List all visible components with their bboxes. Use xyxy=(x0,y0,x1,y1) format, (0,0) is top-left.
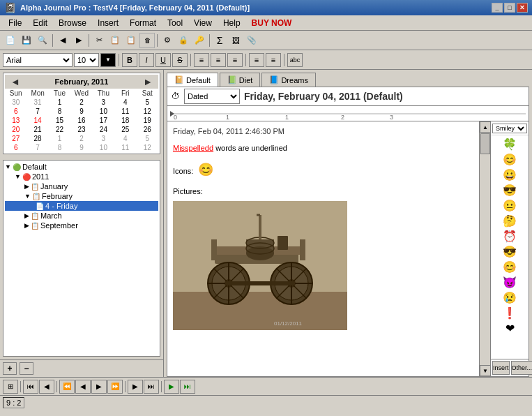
smiley-item[interactable]: 😢 xyxy=(502,290,517,305)
smiley-item[interactable]: 🤔 xyxy=(502,214,517,228)
calendar-day[interactable]: 28 xyxy=(26,134,48,143)
new-button[interactable]: 📄 xyxy=(3,33,18,48)
italic-button[interactable]: I xyxy=(139,53,154,67)
calendar-day[interactable]: 11 xyxy=(114,107,136,116)
tree-item[interactable]: ▼🔴2011 xyxy=(5,172,158,181)
calendar-next-button[interactable]: ► xyxy=(140,76,155,87)
calendar-day[interactable]: 17 xyxy=(93,116,114,125)
calendar-day[interactable]: 26 xyxy=(137,125,158,134)
unlock-button[interactable]: 🔑 xyxy=(192,33,207,48)
image-button[interactable]: 🖼 xyxy=(228,33,243,48)
menu-help[interactable]: Help xyxy=(218,17,246,29)
calendar-day[interactable]: 8 xyxy=(49,143,70,152)
next-month-button[interactable]: ⏩ xyxy=(107,380,123,394)
calendar-day[interactable]: 15 xyxy=(49,116,70,125)
menu-browse[interactable]: Browse xyxy=(53,17,92,29)
tree-item[interactable]: ▶📋September xyxy=(5,221,158,230)
calendar-day[interactable]: 18 xyxy=(114,116,136,125)
tree-expander[interactable]: ▼ xyxy=(5,163,11,170)
bold-button[interactable]: B xyxy=(122,53,137,67)
tree-expander[interactable]: ▼ xyxy=(24,193,31,200)
lock-button[interactable]: 🔒 xyxy=(176,33,191,48)
smiley-item[interactable]: 😈 xyxy=(502,275,517,290)
smiley-item[interactable]: ❤ xyxy=(505,321,515,336)
prev-month-button[interactable]: ⏪ xyxy=(59,380,75,394)
align-right-button[interactable]: ≡ xyxy=(227,53,243,67)
calendar-day[interactable]: 6 xyxy=(5,107,26,116)
calendar-day[interactable]: 12 xyxy=(137,143,158,152)
smiley-item[interactable]: 😎 xyxy=(502,183,517,198)
calendar-day[interactable]: 31 xyxy=(26,98,48,107)
end-button[interactable]: ⏭ xyxy=(180,380,195,394)
tab-dreams[interactable]: 📘 Dreams xyxy=(261,73,316,87)
menu-format[interactable]: Format xyxy=(124,17,162,29)
bullet-list-button[interactable]: ≡ xyxy=(249,53,264,67)
menu-tool[interactable]: Tool xyxy=(162,17,188,29)
maximize-button[interactable]: □ xyxy=(504,3,515,13)
font-color-picker[interactable]: ▼ xyxy=(100,53,116,67)
calendar-day[interactable]: 22 xyxy=(49,125,70,134)
calendar-day[interactable]: 20 xyxy=(5,125,26,134)
menu-view[interactable]: View xyxy=(188,17,218,29)
calendar-day[interactable]: 7 xyxy=(26,107,48,116)
calendar-day[interactable]: 25 xyxy=(114,125,136,134)
calendar-day[interactable]: 13 xyxy=(5,116,26,125)
smiley-item[interactable]: 🍀 xyxy=(502,137,517,151)
calendar-day[interactable]: 19 xyxy=(137,116,158,125)
find-button[interactable]: 🔍 xyxy=(35,33,50,48)
remove-entry-button[interactable]: − xyxy=(20,362,33,375)
tab-diet[interactable]: 📗 Diet xyxy=(220,73,261,87)
options-button[interactable]: ⚙ xyxy=(160,33,175,48)
smiley-item[interactable]: 😐 xyxy=(502,198,517,213)
add-entry-button[interactable]: + xyxy=(3,362,17,375)
close-button[interactable]: ✕ xyxy=(517,3,528,13)
smiley-item[interactable]: ❗ xyxy=(502,306,517,320)
menu-edit[interactable]: Edit xyxy=(27,17,53,29)
scroll-down-button[interactable]: ▼ xyxy=(480,365,491,376)
calendar-day[interactable]: 10 xyxy=(93,107,114,116)
calendar-day[interactable]: 23 xyxy=(70,125,92,134)
calendar-day[interactable]: 1 xyxy=(49,134,70,143)
calendar-day[interactable]: 4 xyxy=(114,98,136,107)
calendar-day[interactable]: 11 xyxy=(114,143,136,152)
menu-file[interactable]: File xyxy=(3,17,27,29)
play-button[interactable]: ▶ xyxy=(164,380,179,394)
entry-type-selector[interactable]: Dated Timed Untitled xyxy=(184,89,240,104)
next-day-button[interactable]: ▶ xyxy=(91,380,107,394)
minimize-button[interactable]: _ xyxy=(492,3,503,13)
spellcheck-button[interactable]: abc xyxy=(287,53,303,67)
calendar-day[interactable]: 12 xyxy=(137,107,158,116)
calendar-day[interactable]: 2 xyxy=(70,134,92,143)
calendar-day[interactable]: 9 xyxy=(70,107,92,116)
menu-insert[interactable]: Insert xyxy=(92,17,124,29)
align-center-button[interactable]: ≡ xyxy=(211,53,226,67)
tree-item[interactable]: ▼🟢Default xyxy=(5,162,158,172)
menu-buy-now[interactable]: BUY NOW xyxy=(246,17,298,29)
calendar-day[interactable]: 1 xyxy=(49,98,70,107)
calendar-day[interactable]: 21 xyxy=(26,125,48,134)
calendar-day[interactable]: 16 xyxy=(70,116,92,125)
calendar-day[interactable]: 10 xyxy=(93,143,114,152)
last-entry-button[interactable]: ⏭ xyxy=(144,380,159,394)
save-button[interactable]: 💾 xyxy=(19,33,34,48)
copy-button[interactable]: 📋 xyxy=(107,33,123,48)
calendar-day[interactable]: 3 xyxy=(93,98,114,107)
smiley-item[interactable]: ⏰ xyxy=(502,229,517,244)
tab-default[interactable]: 📔 Default xyxy=(167,73,218,87)
calendar-day[interactable]: 6 xyxy=(5,143,26,152)
calendar-day[interactable]: 14 xyxy=(26,116,48,125)
font-size-selector[interactable]: 10 xyxy=(74,53,99,67)
calendar-day[interactable]: 30 xyxy=(5,98,26,107)
calendar-day[interactable]: 24 xyxy=(93,125,114,134)
content-scrollbar[interactable]: ▲ ▼ xyxy=(479,121,490,376)
calendar-day[interactable]: 3 xyxy=(93,134,114,143)
scroll-thumb[interactable] xyxy=(480,133,490,154)
sigma-button[interactable]: Σ xyxy=(212,33,227,48)
align-left-button[interactable]: ≡ xyxy=(194,53,209,67)
cut-button[interactable]: ✂ xyxy=(91,33,107,48)
smiley-item[interactable]: 😊 xyxy=(502,260,517,274)
first-entry-button[interactable]: ⏮ xyxy=(23,380,38,394)
paste-button[interactable]: 📋 xyxy=(123,33,139,48)
back-button[interactable]: ◀ xyxy=(55,33,70,48)
tree-item[interactable]: 📄4 - Friday xyxy=(5,201,158,211)
